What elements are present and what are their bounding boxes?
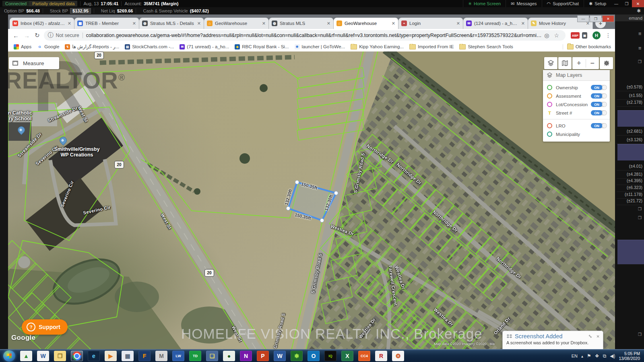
taskbar-icon-notes-folder-app[interactable]: ❏ bbox=[206, 351, 218, 361]
settings-wrench-icon[interactable]: 🔧︎ bbox=[588, 334, 592, 339]
taskbar-icon-td-bank[interactable]: TD bbox=[189, 351, 201, 361]
close-button[interactable]: ✕ bbox=[632, 0, 644, 7]
support-button[interactable]: ? Support bbox=[22, 319, 68, 335]
taskbar-icon-cc4-app[interactable]: CC4 bbox=[358, 351, 370, 361]
minimize-button[interactable]: — bbox=[611, 0, 621, 7]
taskbar-icon-media-player[interactable]: ▶ bbox=[105, 351, 117, 361]
tab-login[interactable]: ◓Login✕ bbox=[398, 18, 463, 29]
address-bar[interactable]: ⓘ Not secure collaboration.geowarehouse.… bbox=[44, 30, 566, 41]
forward-icon[interactable]: → bbox=[24, 32, 30, 39]
bookmark-apps[interactable]: Apps bbox=[14, 44, 31, 49]
bookmark-stockcharts-com-[interactable]: ▤StockCharts.com -... bbox=[125, 44, 174, 49]
tab--124-unread-a-hom[interactable]: ✉(124 unread) - a_hom✕ bbox=[463, 18, 528, 29]
taskbar-icon-word-alert-app[interactable]: W bbox=[37, 351, 49, 361]
taskbar-icon-iq-app[interactable]: IQ bbox=[324, 351, 336, 361]
restore-window-icon[interactable]: ❐ bbox=[638, 207, 642, 211]
close-icon[interactable]: ✕ bbox=[597, 334, 600, 339]
restore-window-icon[interactable]: ❐ bbox=[638, 332, 642, 337]
taskbar-icon-chrome[interactable] bbox=[71, 351, 83, 361]
info-icon[interactable]: ⓘ bbox=[48, 32, 54, 39]
tab-close-icon[interactable]: ✕ bbox=[392, 21, 395, 26]
taskbar-icon-metatrader-m[interactable]: M bbox=[155, 351, 167, 361]
restore-window-icon[interactable]: ❐ bbox=[638, 60, 642, 64]
taskbar-icon-paint[interactable]: ❂ bbox=[392, 351, 404, 361]
network-icon[interactable]: ⧉ bbox=[603, 353, 607, 359]
taskbar-icon-excel[interactable]: X bbox=[341, 351, 353, 361]
zoom-out-button[interactable]: − bbox=[586, 59, 599, 68]
trading-menu-support-chat[interactable]: ◠Support/Chat bbox=[542, 0, 584, 7]
tab-close-icon[interactable]: ✕ bbox=[132, 21, 136, 26]
bookmark-google[interactable]: GGoogle bbox=[37, 44, 59, 49]
tab-stratus-mls[interactable]: ◍Stratus MLS✕ bbox=[269, 18, 334, 29]
start-button[interactable] bbox=[3, 350, 15, 362]
tab-inbox-452-afzalzad[interactable]: MInbox (452) - afzalzad✕ bbox=[10, 18, 74, 29]
taskbar-icon-green-orb-app[interactable]: ● bbox=[223, 351, 235, 361]
restore-button[interactable]: ❐ bbox=[621, 0, 632, 7]
tab-geowarehouse[interactable]: ⌂GeoWarehouse✕ bbox=[204, 18, 269, 29]
tab-close-icon[interactable]: ✕ bbox=[197, 21, 201, 26]
bookmark-kipp-yahoo-earning-[interactable]: Kipp Yahoo Earning... bbox=[351, 44, 404, 49]
taskbar-icon-internet-explorer[interactable]: e bbox=[88, 351, 100, 361]
bookmark-imported-from-ie[interactable]: Imported From IE bbox=[409, 44, 454, 49]
tab-geowarehouse[interactable]: ⌂GeoWarehouse✕ bbox=[334, 18, 398, 29]
taskbar-icon-onenote[interactable]: N bbox=[240, 351, 252, 361]
basemap-button[interactable] bbox=[558, 57, 572, 69]
tray-expand-icon[interactable]: ▴ bbox=[581, 354, 583, 358]
taskbar-icon-firefox[interactable]: F bbox=[138, 351, 151, 361]
extension-abp[interactable]: ABP bbox=[571, 32, 580, 39]
bookmark-stephen-search-tools[interactable]: Stephen Search Tools bbox=[459, 44, 513, 49]
extension-▣[interactable]: ▣ bbox=[582, 32, 587, 39]
list-icon[interactable]: ≣ bbox=[638, 31, 642, 36]
bookmark-star-icon[interactable]: ☆ bbox=[554, 32, 559, 39]
language-indicator[interactable]: EN bbox=[572, 354, 578, 358]
bookmark--71-unread-a-ho-[interactable]: ✉(71 unread) - a_ho... bbox=[180, 44, 229, 49]
trading-menu-setup[interactable]: ✱Setup bbox=[584, 0, 611, 7]
layer-toggle[interactable]: ON bbox=[591, 123, 607, 128]
zoom-in-button[interactable]: + bbox=[572, 59, 586, 68]
maximize-button[interactable]: ❐ bbox=[590, 15, 602, 22]
tab-close-icon[interactable]: ✕ bbox=[456, 21, 460, 26]
taskbar-icon-green-mountain-app[interactable]: ▲ bbox=[20, 351, 32, 361]
layer-toggle[interactable]: ON bbox=[591, 93, 607, 99]
layer-toggle[interactable]: ON bbox=[591, 102, 607, 107]
taskbar-icon-red-pen-app[interactable]: R bbox=[375, 351, 387, 361]
taskbar-icon-word[interactable]: W bbox=[274, 351, 286, 361]
taskbar-icon-garden-app[interactable]: ✽ bbox=[291, 351, 303, 361]
restore-window-icon[interactable]: ❐ bbox=[638, 216, 642, 220]
reload-icon[interactable]: ↻ bbox=[35, 32, 40, 39]
chrome-menu-icon[interactable]: ⋮ bbox=[605, 32, 611, 39]
taskbar-icon-outlook[interactable]: O bbox=[308, 351, 320, 361]
tab-close-icon[interactable]: ✕ bbox=[327, 21, 330, 26]
back-icon[interactable]: ← bbox=[13, 32, 19, 39]
taskbar-icon-calculator[interactable]: ▦ bbox=[122, 351, 134, 361]
tab-close-icon[interactable]: ✕ bbox=[262, 21, 266, 26]
tab-close-icon[interactable]: ✕ bbox=[521, 21, 525, 26]
send-to-device-icon[interactable]: ◎ bbox=[544, 32, 549, 39]
measure-button[interactable]: Measure bbox=[9, 57, 59, 69]
tab-treb-member[interactable]: ▦TREB - Member✕ bbox=[74, 18, 139, 29]
bookmark--reports-[interactable]: ↯گزارش ها-Reports - ر... bbox=[65, 44, 119, 49]
taskbar-icon-powerpoint[interactable]: P bbox=[257, 351, 269, 361]
gear-icon[interactable]: ✱ bbox=[637, 8, 641, 14]
tab-stratus-mls-details[interactable]: ◍Stratus MLS - Details✕ bbox=[139, 18, 204, 29]
taskbar-icon-file-explorer[interactable]: ❐ bbox=[54, 351, 66, 361]
list-icon[interactable]: ≣ bbox=[638, 46, 642, 50]
trading-menu-messages[interactable]: ✉Messages bbox=[506, 0, 541, 7]
layer-toggle[interactable]: ON bbox=[591, 110, 607, 115]
clock[interactable]: 5:05 PM 13/08/2020 bbox=[619, 351, 640, 361]
taskbar-icon-lw-app[interactable]: LW bbox=[172, 351, 184, 361]
other-bookmarks[interactable]: Other bookmarks bbox=[563, 44, 611, 49]
map-canvas[interactable]: R REALTOR® HOMELIFE VISION REALTY INC., … bbox=[8, 51, 615, 349]
volume-icon[interactable]: ◀) bbox=[610, 353, 615, 359]
bookmark-rbc-royal-bank-si-[interactable]: ◆RBC Royal Bank - Si... bbox=[235, 44, 289, 49]
action-center-flag-icon[interactable]: ⚑ bbox=[587, 353, 591, 359]
collapse-button[interactable] bbox=[600, 57, 613, 69]
layer-toggle[interactable]: ON bbox=[591, 85, 607, 90]
profile-avatar[interactable]: H bbox=[592, 31, 601, 39]
dropbox-tray-icon[interactable]: ❖ bbox=[595, 353, 599, 359]
bookmark-launcher-gotowe-[interactable]: ❋launcher | GoToWe... bbox=[295, 44, 345, 49]
close-button[interactable]: ✕ bbox=[602, 15, 614, 22]
tab-close-icon[interactable]: ✕ bbox=[68, 21, 71, 26]
trading-menu-home-screen[interactable]: ✳Home Screen bbox=[463, 0, 506, 7]
minimize-button[interactable]: — bbox=[577, 15, 589, 22]
